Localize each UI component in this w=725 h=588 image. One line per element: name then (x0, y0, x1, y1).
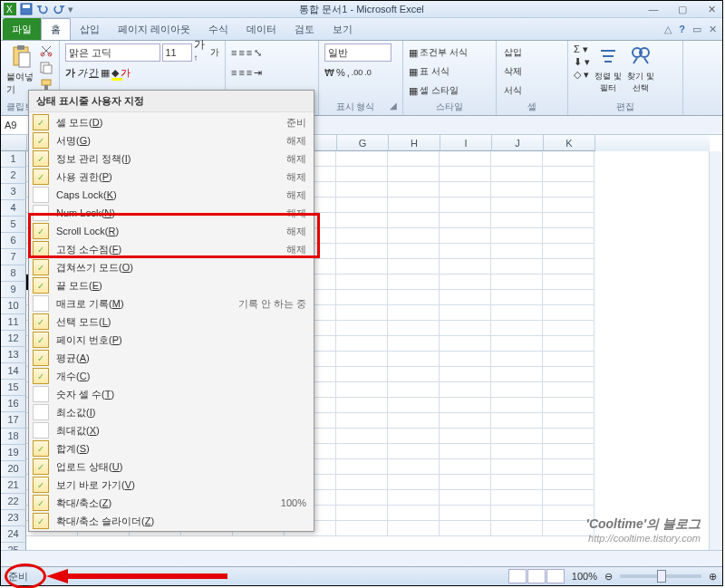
row-header[interactable]: 18 (1, 429, 26, 445)
sort-filter-button[interactable]: 정렬 및 필터 (594, 43, 623, 94)
cell[interactable] (440, 429, 491, 444)
row-header[interactable]: 23 (1, 510, 26, 526)
cell[interactable] (491, 475, 543, 490)
cell[interactable] (440, 244, 491, 259)
row-header[interactable]: 8 (1, 265, 26, 282)
column-header[interactable]: H (389, 135, 440, 151)
context-menu-item[interactable]: ✓확대/축소 슬라이더(Z) (29, 512, 314, 530)
context-menu-item[interactable]: 최대값(X) (29, 421, 314, 439)
cell[interactable] (491, 490, 543, 506)
cell[interactable] (543, 382, 594, 398)
cell[interactable] (543, 151, 594, 167)
context-menu-item[interactable]: ✓셀 모드(D)준비 (29, 113, 314, 131)
context-menu-item[interactable]: ✓사용 권한(P)해제 (29, 168, 314, 186)
cell[interactable] (336, 413, 388, 429)
format-label[interactable]: 서식 (504, 84, 522, 97)
maximize-button[interactable]: ▢ (673, 4, 691, 15)
cell[interactable] (440, 182, 491, 198)
tab-review[interactable]: 검토 (285, 18, 324, 40)
cell[interactable] (440, 475, 491, 490)
cell[interactable] (491, 382, 543, 398)
cell[interactable] (388, 259, 440, 275)
cell[interactable] (543, 367, 594, 382)
view-shortcuts[interactable] (508, 569, 565, 583)
cell[interactable] (440, 305, 491, 321)
minimize-ribbon-icon[interactable]: △ (664, 24, 672, 35)
cell[interactable] (388, 275, 440, 290)
decrease-decimal-icon[interactable]: .0 (364, 68, 372, 77)
cell[interactable] (491, 290, 543, 305)
cell[interactable] (336, 213, 388, 228)
cell[interactable] (491, 275, 543, 290)
cell[interactable] (336, 259, 388, 275)
align-right-icon[interactable]: ≡ (246, 67, 252, 78)
row-header[interactable]: 9 (1, 282, 26, 298)
cell[interactable] (336, 321, 388, 336)
context-menu-item[interactable]: ✓선택 모드(L) (29, 313, 314, 331)
cell[interactable] (440, 275, 491, 290)
underline-icon[interactable]: 간 (89, 66, 99, 80)
tab-file[interactable]: 파일 (3, 18, 41, 40)
redo-icon[interactable] (52, 2, 66, 16)
cell[interactable] (440, 413, 491, 429)
cell[interactable] (388, 352, 440, 367)
context-menu-item[interactable]: ✓보기 바로 가기(V) (29, 476, 314, 494)
cell[interactable] (336, 244, 388, 259)
border-icon[interactable]: ▦ (101, 67, 110, 79)
cell[interactable] (440, 382, 491, 398)
qat-dropdown-icon[interactable]: ▾ (68, 4, 73, 15)
row-header[interactable]: 3 (1, 184, 26, 200)
cond-label[interactable]: 조건부 서식 (420, 46, 468, 59)
column-header[interactable]: K (544, 135, 595, 151)
cell[interactable] (440, 367, 491, 382)
window-restore-icon[interactable]: ▭ (692, 24, 701, 35)
cell[interactable] (491, 213, 543, 228)
cell[interactable] (388, 367, 440, 382)
column-header[interactable]: J (492, 135, 544, 151)
find-select-button[interactable]: 찾기 및 선택 (626, 43, 655, 94)
cell[interactable] (336, 305, 388, 321)
cell[interactable] (491, 244, 543, 259)
cell[interactable] (440, 459, 491, 475)
cell[interactable] (543, 490, 594, 506)
zoom-level[interactable]: 100% (572, 571, 597, 582)
context-menu-item[interactable]: ✓페이지 번호(P) (29, 331, 314, 349)
cell[interactable] (388, 151, 440, 167)
context-menu-item[interactable]: ✓개수(C) (29, 367, 314, 385)
context-menu-item[interactable]: ✓정보 관리 정책(I)해제 (29, 149, 314, 168)
cell[interactable] (336, 382, 388, 398)
page-break-view-icon[interactable] (546, 569, 565, 583)
cell[interactable] (543, 429, 594, 444)
cell[interactable] (543, 398, 594, 413)
cell[interactable] (440, 290, 491, 305)
cell[interactable] (388, 336, 440, 352)
cell[interactable] (388, 182, 440, 198)
cell[interactable] (388, 444, 440, 459)
cell[interactable] (543, 336, 594, 352)
cell[interactable] (491, 151, 543, 167)
cell[interactable] (440, 398, 491, 413)
context-menu-item[interactable]: 매크로 기록(M)기록 안 하는 중 (29, 294, 314, 313)
cell[interactable] (440, 444, 491, 459)
cell[interactable] (388, 521, 440, 536)
font-size-combo[interactable]: 11 (162, 43, 192, 62)
context-menu-item[interactable]: ✓확대/축소(Z)100% (29, 494, 314, 512)
cell[interactable] (440, 151, 491, 167)
minimize-button[interactable]: — (644, 4, 662, 15)
cut-icon[interactable] (39, 43, 53, 58)
row-header[interactable]: 11 (1, 314, 26, 331)
row-header[interactable]: 21 (1, 477, 26, 494)
cell[interactable] (440, 167, 491, 182)
cell[interactable] (440, 490, 491, 506)
cell[interactable] (543, 198, 594, 213)
cell[interactable] (336, 352, 388, 367)
increase-font-icon[interactable]: 가↑ (194, 37, 208, 68)
bold-icon[interactable]: 가 (65, 66, 75, 80)
row-header[interactable]: 20 (1, 461, 26, 477)
cell[interactable] (440, 521, 491, 536)
cell[interactable] (491, 429, 543, 444)
context-menu-item[interactable]: ✓겹쳐쓰기 모드(O) (29, 258, 314, 276)
zoom-in-icon[interactable]: ⊕ (709, 571, 717, 583)
cell[interactable] (543, 213, 594, 228)
vertical-scrollbar[interactable] (709, 151, 722, 571)
